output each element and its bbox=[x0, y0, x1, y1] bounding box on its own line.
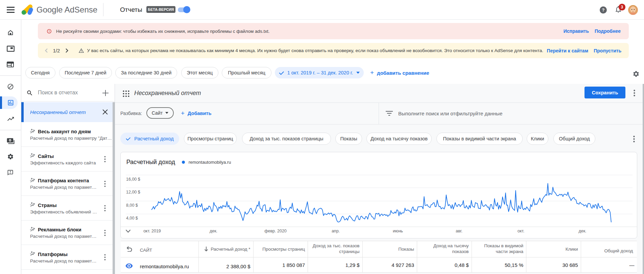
svg-text:8,00 $: 8,00 $ bbox=[126, 203, 138, 208]
svg-text:12,00 $: 12,00 $ bbox=[126, 190, 140, 195]
svg-text:16,00 $: 16,00 $ bbox=[126, 177, 140, 182]
svg-text:4,00 $: 4,00 $ bbox=[126, 216, 138, 221]
